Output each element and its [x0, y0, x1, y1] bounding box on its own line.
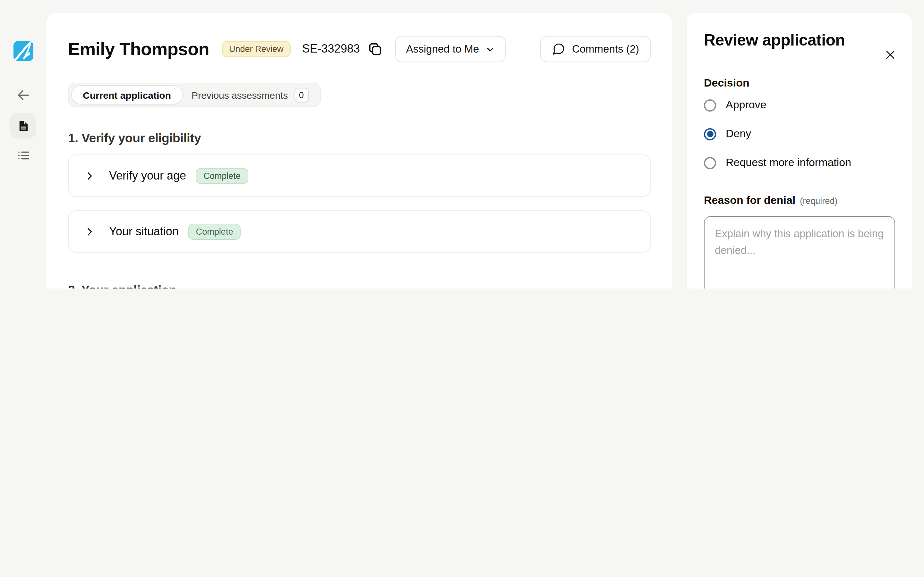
radio-label: Deny — [726, 127, 751, 140]
decision-label: Decision — [704, 76, 895, 90]
app-window: Emily Thompson Under Review SE-332983 As… — [0, 0, 924, 288]
radio-label: Approve — [726, 99, 766, 111]
radio-circle-checked-icon — [704, 128, 716, 140]
sidebar-item-documents[interactable] — [10, 113, 36, 139]
sidebar — [0, 0, 46, 288]
copy-button[interactable] — [367, 40, 384, 58]
copy-icon — [368, 42, 383, 56]
radio-circle-icon — [704, 99, 716, 111]
radio-approve[interactable]: Approve — [704, 95, 895, 115]
app-logo-icon[interactable] — [13, 41, 33, 61]
list-icon — [16, 148, 30, 162]
close-icon — [884, 48, 896, 61]
comments-button[interactable]: Comments (2) — [541, 36, 651, 62]
status-complete-badge: Complete — [188, 223, 241, 239]
comment-bubble-icon — [552, 42, 565, 56]
section-application: 2. Your application Personal information… — [68, 284, 651, 288]
reason-label: Reason for denial(required) — [704, 193, 895, 208]
decision-radio-group: Approve Deny Request more information — [704, 95, 895, 172]
reason-textarea[interactable] — [704, 216, 895, 288]
chevron-right-icon — [84, 170, 95, 181]
assignee-label: Assigned to Me — [406, 43, 479, 55]
radio-label: Request more information — [726, 156, 851, 169]
tab-bar: Current application Previous assessments… — [68, 83, 320, 107]
step-label: Verify your age — [109, 169, 186, 182]
tab-label: Current application — [83, 89, 171, 100]
count-badge: 0 — [294, 87, 309, 102]
tab-label: Previous assessments — [192, 89, 288, 100]
panel-title: Review application — [704, 30, 895, 49]
radio-circle-icon — [704, 157, 716, 169]
required-note: (required) — [800, 196, 837, 206]
section-eligibility: 1. Verify your eligibility Verify your a… — [68, 131, 651, 253]
status-complete-badge: Complete — [196, 168, 248, 184]
status-badge: Under Review — [222, 41, 291, 57]
chevron-down-icon — [485, 45, 494, 53]
chevron-right-icon — [84, 226, 95, 237]
back-button[interactable] — [10, 82, 36, 108]
tab-previous-assessments[interactable]: Previous assessments 0 — [183, 85, 317, 105]
document-icon — [16, 119, 30, 132]
page-title: Emily Thompson — [68, 39, 209, 59]
section-heading: 2. Your application — [68, 284, 651, 288]
comments-label: Comments (2) — [572, 43, 639, 55]
radio-request-more-information[interactable]: Request more information — [704, 153, 895, 172]
review-panel: Review application Decision Approve Deny… — [687, 13, 913, 288]
radio-deny[interactable]: Deny — [704, 124, 895, 143]
sidebar-item-list[interactable] — [10, 142, 36, 168]
step-label: Your situation — [109, 225, 179, 238]
assignee-dropdown[interactable]: Assigned to Me — [395, 36, 505, 62]
close-panel-button[interactable] — [882, 46, 898, 63]
main-content: Emily Thompson Under Review SE-332983 As… — [46, 13, 672, 288]
step-card-your-situation[interactable]: Your situation Complete — [68, 210, 651, 253]
section-heading: 1. Verify your eligibility — [68, 131, 651, 145]
step-card-verify-your-age[interactable]: Verify your age Complete — [68, 155, 651, 197]
tab-current-application[interactable]: Current application — [71, 85, 183, 105]
case-header: Emily Thompson Under Review SE-332983 As… — [68, 13, 651, 62]
arrow-left-icon — [16, 87, 31, 102]
case-id: SE-332983 — [302, 42, 360, 56]
